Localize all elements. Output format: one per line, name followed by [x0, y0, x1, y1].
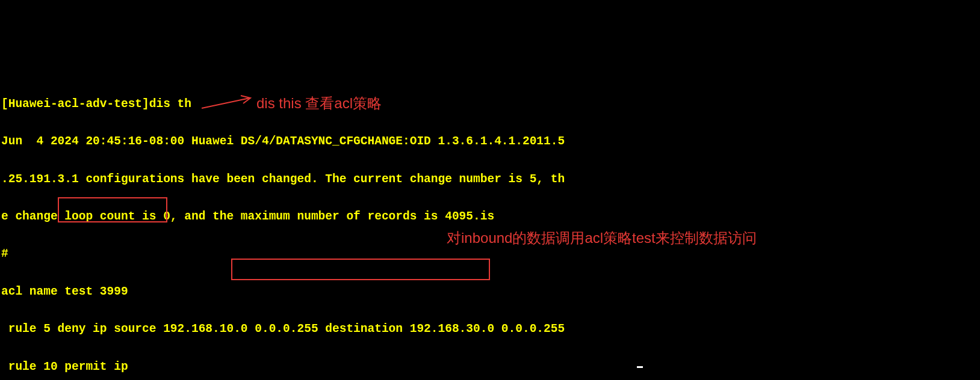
terminal-line: e change loop count is 0, and the maximu… — [1, 207, 979, 226]
terminal-line: rule 5 deny ip source 192.168.10.0 0.0.0… — [1, 320, 979, 339]
terminal-line: Jun 4 2024 20:45:16-08:00 Huawei DS/4/DA… — [1, 132, 979, 151]
terminal-line: # — [1, 245, 979, 263]
terminal-line: .25.191.3.1 configurations have been cha… — [1, 170, 979, 189]
terminal-line: acl name test 3999 — [1, 283, 979, 301]
terminal-line: rule 10 permit ip — [1, 358, 979, 376]
terminal-line: [Huawei-acl-adv-test]dis th — [1, 95, 979, 114]
terminal-output[interactable]: [Huawei-acl-adv-test]dis th Jun 4 2024 2… — [1, 76, 979, 380]
terminal-cursor — [637, 356, 643, 375]
